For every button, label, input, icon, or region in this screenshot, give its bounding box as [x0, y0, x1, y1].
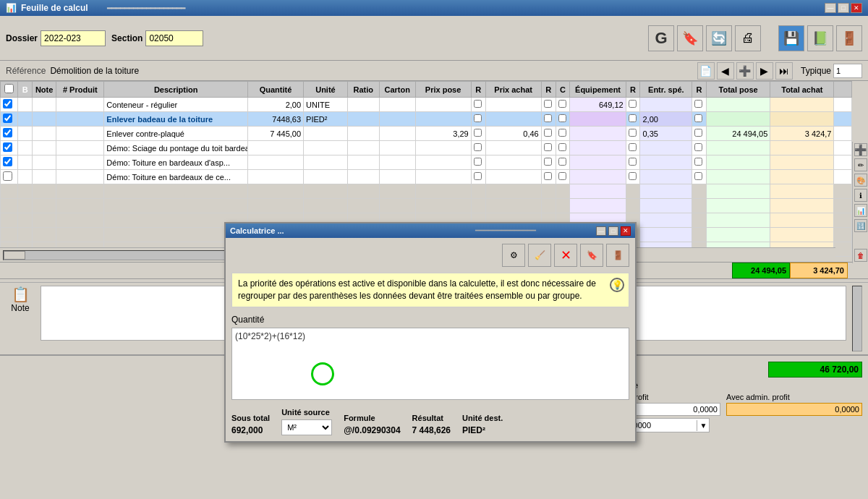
modal-minimize-button[interactable]: — — [596, 226, 606, 236]
dossier-label: Dossier — [6, 33, 38, 43]
modal-footer: Sous total 692,000 Unité source M² Formu… — [231, 408, 629, 435]
toolbar-g-button[interactable]: G — [648, 25, 674, 51]
formula-input[interactable]: (10*25*2)+(16*12) — [231, 328, 629, 400]
resultat-value: 7 448,626 — [412, 425, 451, 435]
modal-title-bar[interactable]: Calculatrice ... ━━━━━━━━━━━━━━ — □ ✕ — [226, 223, 635, 238]
formule-value: @/0.09290304 — [344, 425, 400, 435]
nav-doc-button[interactable]: 📄 — [697, 62, 715, 80]
modal-overlay: Calculatrice ... ━━━━━━━━━━━━━━ — □ ✕ ⚙ … — [0, 81, 868, 464]
toolbar-refresh-button[interactable]: 🔄 — [706, 25, 732, 51]
tool-exit-button[interactable]: 🚪 — [606, 244, 629, 267]
quantite-section-label: Quantité — [231, 315, 629, 325]
formula-container: (10*25*2)+(16*12) — [231, 328, 629, 402]
unite-dest-value: PIED² — [462, 425, 503, 435]
close-button[interactable]: ✕ — [851, 3, 862, 13]
sous-total-label: Sous total — [231, 414, 270, 422]
toolbar-print-button[interactable]: 🖨 — [735, 25, 761, 51]
unite-source-select[interactable]: M² — [281, 419, 332, 435]
toolbar-save-button[interactable]: 💾 — [778, 25, 804, 51]
main-content: B Note # Produit Description Quantité Un… — [0, 81, 868, 464]
reference-label: Référence — [6, 66, 46, 76]
modal-body: ⚙ 🧹 ✕ 🔖 🚪 La priorité des opérations est… — [226, 238, 635, 441]
typique-label: Typique — [801, 66, 831, 76]
formule-label: Formule — [344, 414, 400, 422]
title-spacer: ━━━━━━━━━━━━━━━━━━ — [107, 4, 185, 12]
nav-add-button[interactable]: ➕ — [736, 62, 754, 80]
nav-end-button[interactable]: ⏭ — [775, 62, 793, 80]
top-toolbar: Dossier Section G 🔖 🔄 🖨 💾 📗 🚪 — [0, 16, 868, 61]
modal-maximize-button[interactable]: □ — [608, 226, 618, 236]
modal-close-button[interactable]: ✕ — [621, 226, 631, 236]
dossier-input[interactable] — [41, 30, 106, 46]
modal-info-text: La priorité des opérations est active et… — [238, 278, 596, 301]
maximize-button[interactable]: □ — [838, 3, 849, 13]
second-toolbar: Référence Démolition de la toiture 📄 ◀ ➕… — [0, 61, 868, 81]
toolbar-bookmark-button[interactable]: 🔖 — [677, 25, 703, 51]
resultat-label: Résultat — [412, 414, 451, 422]
calculator-modal: Calculatrice ... ━━━━━━━━━━━━━━ — □ ✕ ⚙ … — [224, 222, 637, 443]
tool-bookmark-button[interactable]: 🔖 — [580, 244, 603, 267]
tool-gear-button[interactable]: ⚙ — [502, 244, 525, 267]
toolbar-exit-button[interactable]: 🚪 — [836, 25, 862, 51]
app-title: Feuille de calcul — [21, 3, 88, 13]
minimize-button[interactable]: — — [825, 3, 836, 13]
title-bar: 📊 Feuille de calcul ━━━━━━━━━━━━━━━━━━ —… — [0, 0, 868, 16]
app-icon: 📊 — [6, 3, 17, 13]
modal-title: Calculatrice ... — [230, 226, 284, 235]
section-label: Section — [111, 33, 142, 43]
toolbar-book-button[interactable]: 📗 — [807, 25, 833, 51]
modal-info: La priorité des opérations est active et… — [231, 273, 629, 307]
typique-input[interactable] — [833, 64, 862, 78]
sous-total-value: 692,000 — [231, 425, 270, 435]
reference-value: Démolition de la toiture — [50, 66, 139, 76]
unite-dest-label: Unité dest. — [462, 414, 503, 422]
section-input[interactable] — [145, 30, 203, 46]
tool-eraser-button[interactable]: 🧹 — [528, 244, 551, 267]
tool-close-button[interactable]: ✕ — [554, 244, 577, 267]
nav-back-button[interactable]: ◀ — [717, 62, 734, 80]
nav-forward-button[interactable]: ▶ — [756, 62, 773, 80]
modal-toolbar: ⚙ 🧹 ✕ 🔖 🚪 — [231, 244, 629, 267]
unite-source-label: Unité source — [281, 408, 332, 417]
info-icon: 💡 — [610, 278, 624, 292]
